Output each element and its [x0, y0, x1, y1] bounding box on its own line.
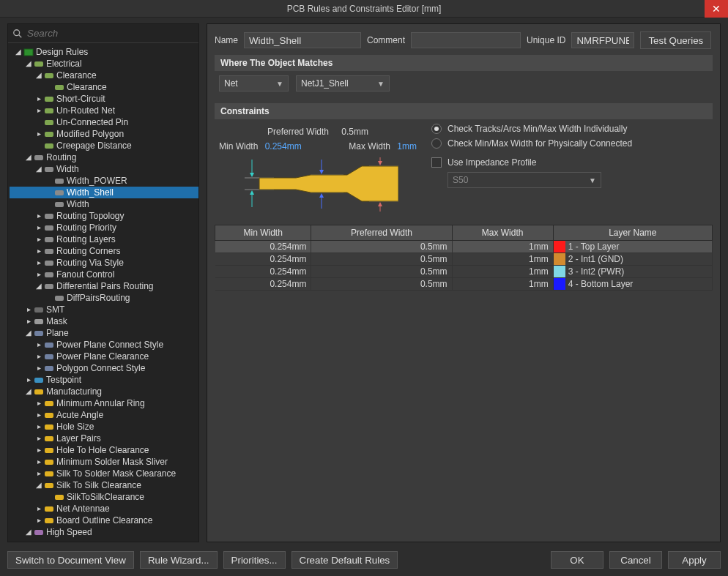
expand-icon[interactable]: ▸	[34, 503, 43, 515]
tree-item-un-routed-net[interactable]: ▸Un-Routed Net	[10, 105, 198, 116]
ok-button[interactable]: OK	[551, 551, 603, 569]
tree-item-design-rules[interactable]: ◢Design Rules	[10, 46, 198, 58]
cell-max-width[interactable]: 1mm	[452, 241, 553, 253]
table-row[interactable]: 0.254mm0.5mm1mm2 - Int1 (GND)	[215, 253, 713, 266]
tree-item-routing-priority[interactable]: ▸Routing Priority	[10, 222, 198, 233]
cell-min-width[interactable]: 0.254mm	[215, 278, 311, 291]
expand-icon[interactable]: ▸	[24, 304, 33, 315]
expand-icon[interactable]: ▸	[34, 351, 43, 362]
priorities-button[interactable]: Priorities...	[223, 551, 286, 569]
expand-icon[interactable]: ▸	[34, 233, 43, 245]
expand-icon[interactable]: ▸	[34, 269, 43, 280]
cell-pref-width[interactable]: 0.5mm	[311, 241, 452, 253]
cell-max-width[interactable]: 1mm	[452, 253, 553, 266]
tree-item-electrical[interactable]: ◢Electrical	[10, 58, 198, 70]
tree-item-silktosilkclearance[interactable]: SilkToSilkClearance	[10, 491, 198, 503]
table-row[interactable]: 0.254mm0.5mm1mm1 - Top Layer	[215, 241, 713, 253]
tree-item-layer-pairs[interactable]: ▸Layer Pairs	[10, 433, 198, 444]
expand-icon[interactable]: ▸	[34, 468, 43, 479]
expand-icon[interactable]: ▸	[34, 339, 43, 351]
tree-item-manufacturing[interactable]: ◢Manufacturing	[10, 386, 198, 397]
apply-button[interactable]: Apply	[668, 551, 721, 569]
collapse-icon[interactable]: ◢	[34, 70, 43, 81]
tree-item-width[interactable]: ◢Width	[10, 163, 198, 175]
tree-item-routing[interactable]: ◢Routing	[10, 152, 198, 163]
col-max-width[interactable]: Max Width	[452, 225, 553, 241]
collapse-icon[interactable]: ◢	[34, 479, 43, 491]
tree-item-acute-angle[interactable]: ▸Acute Angle	[10, 409, 198, 421]
radio-check-physically[interactable]: Check Min/Max Width for Physically Conne…	[431, 138, 708, 149]
expand-icon[interactable]: ▸	[34, 105, 43, 116]
cell-min-width[interactable]: 0.254mm	[215, 266, 311, 278]
cancel-button[interactable]: Cancel	[609, 551, 662, 569]
rule-uniqueid-input[interactable]	[571, 32, 634, 48]
tree-item-un-connected-pin[interactable]: Un-Connected Pin	[10, 116, 198, 128]
collapse-icon[interactable]: ◢	[24, 58, 33, 70]
expand-icon[interactable]: ▸	[34, 409, 43, 421]
tree-item-fanout-control[interactable]: ▸Fanout Control	[10, 269, 198, 280]
collapse-icon[interactable]: ◢	[24, 327, 33, 339]
rule-comment-input[interactable]	[411, 32, 521, 48]
cell-max-width[interactable]: 1mm	[452, 278, 553, 291]
expand-icon[interactable]: ▸	[34, 444, 43, 456]
cell-layer-name[interactable]: 4 - Bottom Layer	[553, 278, 712, 291]
tree-item-routing-topology[interactable]: ▸Routing Topology	[10, 210, 198, 222]
tree-item-short-circuit[interactable]: ▸Short-Circuit	[10, 93, 198, 105]
cell-layer-name[interactable]: 3 - Int2 (PWR)	[553, 266, 712, 278]
tree-item-width-power[interactable]: Width_POWER	[10, 175, 198, 187]
cell-min-width[interactable]: 0.254mm	[215, 241, 311, 253]
test-queries-button[interactable]: Test Queries	[640, 31, 711, 49]
rules-tree[interactable]: ◢Design Rules◢Electrical◢ClearanceCleara…	[8, 43, 198, 542]
table-row[interactable]: 0.254mm0.5mm1mm3 - Int2 (PWR)	[215, 266, 713, 278]
expand-icon[interactable]: ▸	[24, 315, 33, 327]
tree-item-clearance[interactable]: Clearance	[10, 81, 198, 93]
cell-layer-name[interactable]: 1 - Top Layer	[553, 241, 712, 253]
collapse-icon[interactable]: ◢	[24, 152, 33, 163]
expand-icon[interactable]: ▸	[34, 515, 43, 526]
tree-item-routing-via-style[interactable]: ▸Routing Via Style	[10, 257, 198, 269]
tree-item-power-plane-connect-style[interactable]: ▸Power Plane Connect Style	[10, 339, 198, 351]
tree-item-width-shell[interactable]: Width_Shell	[10, 187, 198, 198]
switch-document-view-button[interactable]: Switch to Document View	[7, 551, 134, 569]
expand-icon[interactable]: ▸	[34, 128, 43, 140]
tree-item-differential-pairs-routing[interactable]: ◢Differential Pairs Routing	[10, 280, 198, 292]
cell-min-width[interactable]: 0.254mm	[215, 253, 311, 266]
tree-item-hole-to-hole-clearance[interactable]: ▸Hole To Hole Clearance	[10, 444, 198, 456]
max-width-value[interactable]: 1mm	[397, 141, 417, 152]
preferred-width-value[interactable]: 0.5mm	[341, 127, 368, 137]
radio-check-individually[interactable]: Check Tracks/Arcs Min/Max Width Individu…	[431, 124, 708, 134]
tree-item-width[interactable]: Width	[10, 198, 198, 210]
tree-item-routing-layers[interactable]: ▸Routing Layers	[10, 233, 198, 245]
tree-item-diffpairsrouting[interactable]: DiffPairsRouting	[10, 292, 198, 304]
expand-icon[interactable]: ▸	[34, 93, 43, 105]
tree-item-testpoint[interactable]: ▸Testpoint	[10, 374, 198, 386]
table-row[interactable]: 0.254mm0.5mm1mm4 - Bottom Layer	[215, 278, 713, 291]
layer-width-table[interactable]: Min Width Preferred Width Max Width Laye…	[215, 225, 713, 291]
tree-item-board-outline-clearance[interactable]: ▸Board Outline Clearance	[10, 515, 198, 526]
tree-item-net-antennae[interactable]: ▸Net Antennae	[10, 503, 198, 515]
col-min-width[interactable]: Min Width	[215, 225, 311, 241]
min-width-value[interactable]: 0.254mm	[265, 141, 302, 152]
rule-wizard-button[interactable]: Rule Wizard...	[140, 551, 218, 569]
expand-icon[interactable]: ▸	[34, 245, 43, 257]
expand-icon[interactable]: ▸	[34, 456, 43, 468]
tree-item-plane[interactable]: ◢Plane	[10, 327, 198, 339]
tree-item-smt[interactable]: ▸SMT	[10, 304, 198, 315]
tree-item-power-plane-clearance[interactable]: ▸Power Plane Clearance	[10, 351, 198, 362]
expand-icon[interactable]: ▸	[34, 257, 43, 269]
col-layer-name[interactable]: Layer Name	[553, 225, 712, 241]
cell-layer-name[interactable]: 2 - Int1 (GND)	[553, 253, 712, 266]
tree-item-polygon-connect-style[interactable]: ▸Polygon Connect Style	[10, 362, 198, 374]
tree-item-mask[interactable]: ▸Mask	[10, 315, 198, 327]
window-close-button[interactable]: ✕	[705, 0, 728, 18]
collapse-icon[interactable]: ◢	[34, 163, 43, 175]
tree-item-minimum-solder-mask-sliver[interactable]: ▸Minimum Solder Mask Sliver	[10, 456, 198, 468]
tree-item-modified-polygon[interactable]: ▸Modified Polygon	[10, 128, 198, 140]
checkbox-impedance[interactable]: Use Impedance Profile	[431, 157, 708, 168]
cell-max-width[interactable]: 1mm	[452, 266, 553, 278]
expand-icon[interactable]: ▸	[34, 210, 43, 222]
cell-pref-width[interactable]: 0.5mm	[311, 278, 452, 291]
tree-item-routing-corners[interactable]: ▸Routing Corners	[10, 245, 198, 257]
expand-icon[interactable]: ▸	[24, 374, 33, 386]
cell-pref-width[interactable]: 0.5mm	[311, 253, 452, 266]
